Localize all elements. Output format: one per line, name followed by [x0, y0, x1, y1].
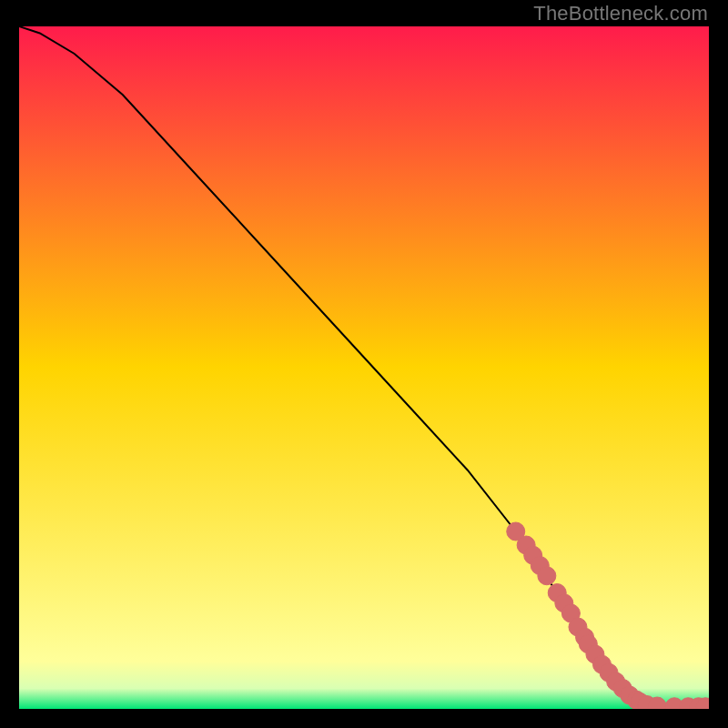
chart-svg — [19, 26, 709, 709]
scatter-marker — [538, 567, 556, 585]
stage: TheBottleneck.com — [0, 0, 728, 728]
chart-plot-area — [19, 26, 709, 709]
chart-background-gradient — [19, 26, 709, 709]
watermark-text: TheBottleneck.com — [533, 2, 708, 25]
